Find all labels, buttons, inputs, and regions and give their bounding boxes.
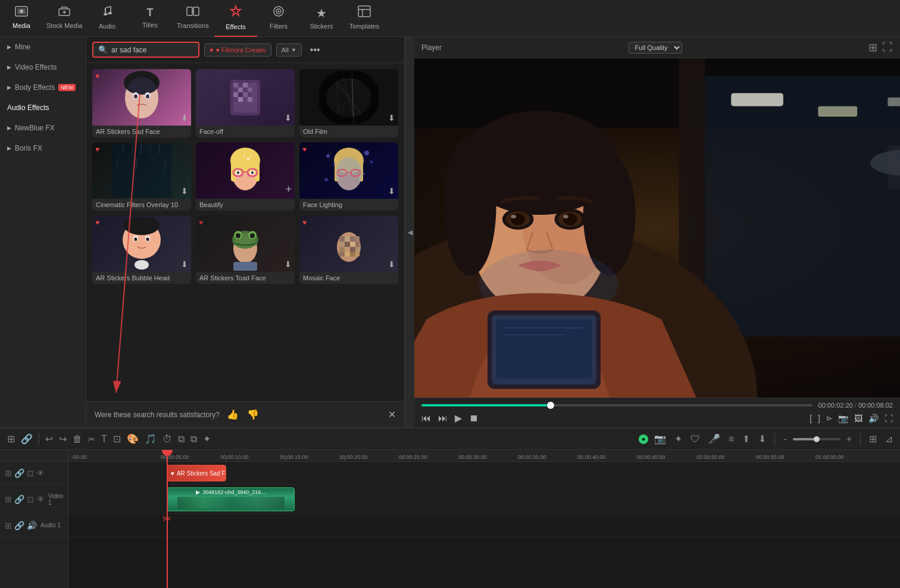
transition-button[interactable]: ⧉ xyxy=(176,433,187,446)
effect-card-old-film[interactable]: ⬇ Old Film xyxy=(299,69,398,137)
effect-name-ar-sad-face: AR Stickers Sad Face xyxy=(92,126,191,137)
import-button[interactable]: ⬇ xyxy=(756,432,768,446)
shield-button[interactable]: 🛡 xyxy=(688,433,702,446)
filmora-badge[interactable]: ♥ ♥ Filmora Creativ xyxy=(204,43,271,57)
speed-button[interactable]: ⏱ xyxy=(160,433,174,446)
search-input[interactable] xyxy=(111,46,189,54)
zoom-slider[interactable] xyxy=(793,438,840,440)
playlist-button[interactable]: ≡ xyxy=(726,433,736,446)
svg-rect-104 xyxy=(345,236,350,242)
toolbar-stickers[interactable]: ★ Stickers xyxy=(300,0,343,37)
rewind-button[interactable]: ⏮ xyxy=(421,413,431,424)
out-point-button[interactable]: ] xyxy=(818,414,820,423)
stop-button[interactable]: ⏹ xyxy=(469,413,479,424)
zoom-out-button[interactable]: - xyxy=(781,433,789,446)
toolbar-stock[interactable]: Stock Media xyxy=(43,0,86,37)
zoom-in-button[interactable]: + xyxy=(844,433,854,446)
prev-frame-button[interactable]: ⏭ xyxy=(438,413,448,424)
toolbar-audio[interactable]: Audio xyxy=(86,0,129,37)
track1-link-icon[interactable]: 🔗 xyxy=(14,468,24,478)
track1-plus-icon[interactable]: ⊞ xyxy=(5,468,12,478)
video1-fx-icon[interactable]: ⊡ xyxy=(27,495,34,504)
sidebar-item-mine[interactable]: ▶ Mine xyxy=(0,37,86,57)
thumbs-up-button[interactable]: 👍 xyxy=(226,408,240,421)
tl-track-1: ♥ AR Stickers Sad Face ♥ xyxy=(68,462,900,484)
filter-chevron-icon: ▼ xyxy=(291,47,296,53)
sidebar-item-body-effects[interactable]: ▶ Body Effects NEW xyxy=(0,77,86,98)
toolbar-effects[interactable]: Effects xyxy=(214,0,257,37)
sidebar-item-boris[interactable]: ▶ Boris FX xyxy=(0,138,86,158)
thumbs-down-button[interactable]: 👎 xyxy=(246,408,260,421)
quality-select[interactable]: Full Quality xyxy=(629,42,682,54)
tl-toolbar-left: ⊞ 🔗 ↩ ↪ 🗑 ✂ T ⊡ 🎨 🎵 ⏱ ⧉ ⧉ ✦ xyxy=(5,432,213,446)
sidebar-item-newblue[interactable]: ▶ NewBlue FX xyxy=(0,118,86,138)
audio-button[interactable]: 🔊 xyxy=(868,414,879,423)
undo-button[interactable]: ↩ xyxy=(43,432,55,446)
toolbar-templates[interactable]: Templates xyxy=(343,0,386,37)
effect-card-mosaic-face[interactable]: ♥ xyxy=(299,215,398,284)
filter-dropdown[interactable]: All ▼ xyxy=(276,43,302,57)
magnetic-button[interactable]: 🔗 xyxy=(18,432,35,446)
progress-thumb[interactable] xyxy=(547,402,554,409)
video1-link-icon[interactable]: 🔗 xyxy=(14,495,24,504)
video1-plus-icon[interactable]: ⊞ xyxy=(5,495,12,504)
ai-button[interactable]: ✦ xyxy=(672,432,685,446)
screenshot-button[interactable]: 🖼 xyxy=(854,414,862,423)
audio1-plus-icon[interactable]: ⊞ xyxy=(5,521,12,530)
effect-card-cinematic[interactable]: ♥ xyxy=(92,142,191,211)
video1-eye-icon[interactable]: 👁 xyxy=(36,495,45,504)
color-button[interactable]: 🎨 xyxy=(124,432,141,446)
toolbar-transitions[interactable]: Transitions xyxy=(171,0,214,37)
play-button[interactable]: ▶ xyxy=(455,412,462,424)
grid-view-icon[interactable]: ⊞ xyxy=(868,41,877,54)
track1-fx-icon[interactable]: ⊡ xyxy=(27,468,34,478)
toolbar-filters[interactable]: Filters xyxy=(257,0,300,37)
copy-button[interactable]: ⧉ xyxy=(188,433,199,446)
svg-rect-100 xyxy=(233,262,257,271)
toolbar-titles[interactable]: T Titles xyxy=(129,0,171,37)
audio1-vol-icon[interactable]: 🔊 xyxy=(27,521,37,530)
in-point-button[interactable]: [ xyxy=(810,414,812,423)
text-button[interactable]: T xyxy=(99,433,110,446)
add-track-button[interactable]: ⊞ xyxy=(5,432,17,446)
magic-button[interactable]: ✦ xyxy=(201,432,213,446)
snapshot-button[interactable]: 📷 xyxy=(838,414,848,423)
video-clip-icon: ▶ xyxy=(196,489,200,495)
grid-tl-button[interactable]: ⊞ xyxy=(867,432,879,446)
panel-collapse-button[interactable]: ◀ xyxy=(405,37,414,427)
effect-card-bubble-head[interactable]: ♥ xyxy=(92,215,191,284)
search-input-wrap[interactable]: 🔍 xyxy=(92,42,199,58)
svg-point-84 xyxy=(370,160,373,163)
effect-card-ar-sad-face[interactable]: ♥ xyxy=(92,69,191,137)
delete-button[interactable]: 🗑 xyxy=(70,433,85,446)
mark-button[interactable]: ⊳ xyxy=(826,414,832,423)
audio-fx-button[interactable]: 🎵 xyxy=(142,432,159,446)
tl-clip-video[interactable]: ▶ 3048162-uhd_3840_216... xyxy=(167,487,295,511)
effect-card-beautify[interactable]: + Beautify xyxy=(196,142,295,211)
crop-button[interactable]: ⊡ xyxy=(111,432,123,446)
toolbar-media[interactable]: Media xyxy=(0,0,43,37)
export-button[interactable]: ⬆ xyxy=(740,432,752,446)
effect-card-face-lighting[interactable]: ♥ xyxy=(299,142,398,211)
sidebar-item-audio-effects[interactable]: Audio Effects xyxy=(0,98,86,118)
stock-icon xyxy=(58,6,71,20)
satisfaction-close-button[interactable]: ✕ xyxy=(388,409,396,420)
fullscreen-icon[interactable]: ⛶ xyxy=(882,41,893,54)
tl-clip-effect[interactable]: ♥ AR Stickers Sad Face ♥ xyxy=(167,465,226,481)
sidebar-item-video-effects[interactable]: ▶ Video Effects xyxy=(0,57,86,77)
more-options-button[interactable]: ••• xyxy=(307,43,324,57)
mic-button[interactable]: 🎤 xyxy=(706,432,723,446)
svg-point-93 xyxy=(146,237,149,241)
effect-card-toad-face[interactable]: ♥ xyxy=(196,215,295,284)
effect-card-face-off[interactable]: ⬇ Face-off xyxy=(196,69,295,137)
audio1-link-icon[interactable]: 🔗 xyxy=(14,521,24,530)
svg-point-98 xyxy=(236,233,240,238)
progress-bar[interactable] xyxy=(421,404,812,406)
redo-button[interactable]: ↪ xyxy=(57,432,69,446)
split-button[interactable]: ✂ xyxy=(86,433,98,445)
fullscreen-ctrl-button[interactable]: ⛶ xyxy=(885,414,893,423)
track1-eye-icon[interactable]: 👁 xyxy=(36,468,45,478)
svg-rect-107 xyxy=(339,242,345,247)
camera-track-button[interactable]: 📷 xyxy=(652,432,668,446)
expand-button[interactable]: ⊿ xyxy=(883,432,895,446)
